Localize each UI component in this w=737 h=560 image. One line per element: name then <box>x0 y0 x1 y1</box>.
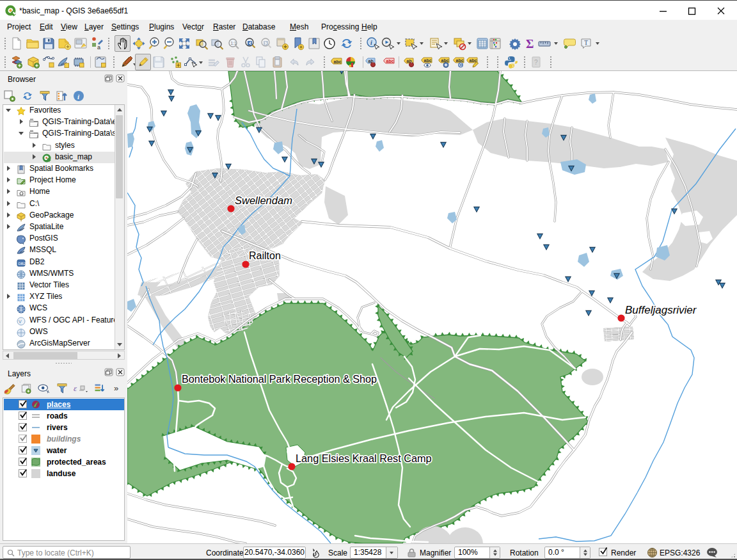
svg-text:1:1: 1:1 <box>231 41 237 45</box>
svg-text:?: ? <box>534 59 538 66</box>
svg-text:Swellendam: Swellendam <box>235 195 292 206</box>
svg-text:a: a <box>97 44 100 51</box>
svg-text:abc: abc <box>441 58 449 63</box>
svg-text:abc: abc <box>470 58 477 63</box>
svg-text:Bontebok National Park Recepti: Bontebok National Park Reception & Shop <box>182 373 377 385</box>
svg-text:i: i <box>370 39 372 46</box>
svg-text:abc: abc <box>456 58 464 63</box>
svg-text:Σ: Σ <box>526 37 534 51</box>
svg-text:abc: abc <box>424 58 432 63</box>
svg-text:abc: abc <box>334 60 342 64</box>
svg-text:Railton: Railton <box>249 250 281 261</box>
svg-text:T: T <box>584 39 588 46</box>
svg-text:ε: ε <box>74 383 77 393</box>
svg-text:Lang Elsies Kraal Rest Camp: Lang Elsies Kraal Rest Camp <box>296 452 432 464</box>
svg-text:Buffeljagsrivier: Buffeljagsrivier <box>625 304 697 316</box>
svg-text:V: V <box>19 319 22 324</box>
svg-text:abc: abc <box>386 59 394 63</box>
svg-text:DB2: DB2 <box>19 262 26 266</box>
